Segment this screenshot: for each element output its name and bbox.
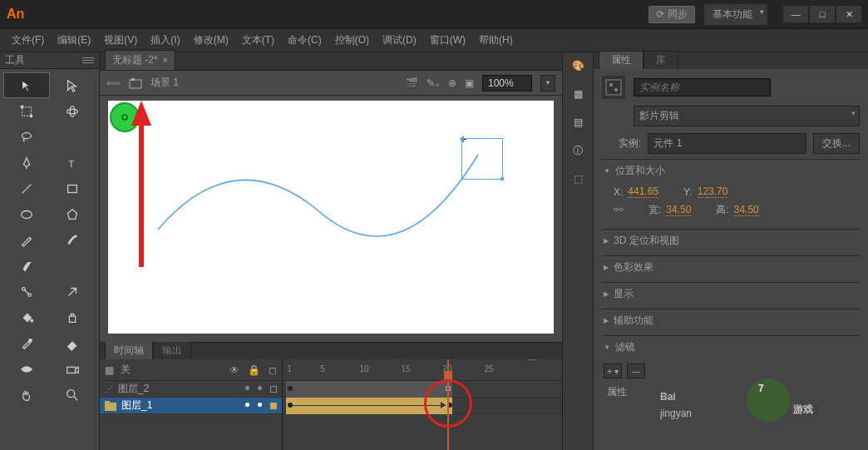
bind-tool[interactable]: [50, 279, 96, 304]
selection-bounding-box[interactable]: [461, 138, 503, 180]
x-label: X:: [614, 186, 623, 198]
align-icon[interactable]: ▤: [570, 114, 586, 131]
selection-tool[interactable]: [3, 72, 50, 98]
tools-panel: 工具 T: [0, 52, 100, 450]
pencil-tool[interactable]: [3, 227, 50, 253]
menu-help[interactable]: 帮助(H): [472, 30, 520, 51]
eyedropper-tool[interactable]: [3, 330, 50, 356]
section-3d[interactable]: ▶3D 定位和视图: [602, 230, 860, 252]
free-transform-tool[interactable]: [3, 98, 50, 124]
edit-scene-icon[interactable]: ✎₊: [427, 77, 440, 89]
layer-guide[interactable]: ⋰ 图层_2: [100, 381, 282, 398]
symbol-icon[interactable]: ⊕: [448, 77, 456, 89]
menu-file[interactable]: 文件(F): [5, 30, 51, 51]
menu-modify[interactable]: 修改(M): [187, 30, 235, 51]
link-dimensions-icon[interactable]: ⚯: [614, 203, 624, 217]
sync-settings-button[interactable]: ⟳ 同步: [649, 6, 695, 23]
layer-1[interactable]: 图层_1: [100, 398, 282, 414]
bone-tool[interactable]: [3, 279, 50, 304]
clapboard-icon[interactable]: 🎬: [406, 77, 418, 89]
movie-clip-instance[interactable]: [108, 101, 141, 134]
menu-text[interactable]: 文本(T): [235, 30, 281, 51]
menu-view[interactable]: 视图(V): [97, 30, 144, 51]
lasso-tool[interactable]: [3, 124, 50, 150]
paint-brush-tool[interactable]: [3, 253, 50, 279]
spacer-1: [50, 124, 96, 150]
color-palette-icon[interactable]: 🎨: [570, 57, 586, 74]
section-position-size[interactable]: ▼位置和大小: [602, 160, 860, 182]
tab-library[interactable]: 库: [644, 51, 678, 69]
menu-insert[interactable]: 插入(I): [144, 30, 186, 51]
y-label: Y:: [683, 186, 693, 198]
svg-rect-18: [67, 367, 76, 373]
maximize-button[interactable]: □: [810, 6, 835, 22]
movieclip-type-icon: [602, 76, 625, 99]
paint-bucket-tool[interactable]: [3, 304, 50, 330]
svg-point-5: [22, 132, 31, 138]
tab-output[interactable]: 输出: [153, 341, 191, 359]
center-stage-icon[interactable]: ▣: [465, 77, 474, 89]
info-icon[interactable]: ⓘ: [570, 142, 586, 159]
panel-menu-icon[interactable]: [82, 57, 94, 63]
zoom-tool[interactable]: [50, 382, 96, 408]
y-value[interactable]: 123.70: [698, 185, 728, 198]
close-tab-icon[interactable]: ×: [163, 56, 168, 65]
visibility-icon[interactable]: 👁: [229, 364, 239, 376]
section-display[interactable]: ▶显示: [602, 283, 860, 305]
ink-bottle-tool[interactable]: [50, 304, 96, 330]
camera-layer-icon[interactable]: ▦: [105, 364, 114, 376]
menu-debug[interactable]: 调试(D): [376, 30, 423, 51]
width-value[interactable]: 34.50: [666, 204, 691, 216]
section-accessibility[interactable]: ▶辅助功能: [602, 309, 860, 332]
brush-tool[interactable]: [50, 227, 96, 253]
track-layer1: [283, 398, 562, 414]
add-filter-button[interactable]: + ▾: [604, 363, 622, 378]
instance-name-input[interactable]: [634, 78, 771, 96]
zoom-input[interactable]: 100%: [482, 75, 532, 91]
menu-edit[interactable]: 编辑(E): [51, 30, 97, 51]
symbol-type-dropdown[interactable]: 影片剪辑: [634, 106, 860, 126]
menubar: 文件(F) 编辑(E) 视图(V) 插入(I) 修改(M) 文本(T) 命令(C…: [0, 29, 868, 52]
rectangle-tool[interactable]: [50, 176, 96, 201]
line-tool[interactable]: [3, 176, 50, 201]
stage[interactable]: +: [108, 101, 554, 334]
text-tool[interactable]: T: [50, 150, 96, 176]
svg-point-32: [614, 88, 618, 91]
minimize-button[interactable]: —: [783, 6, 808, 22]
menu-control[interactable]: 控制(O): [328, 30, 376, 51]
lock-icon[interactable]: 🔒: [248, 364, 260, 376]
camera-tool[interactable]: [50, 356, 96, 382]
section-color-effect[interactable]: ▶色彩效果: [602, 256, 860, 279]
x-value[interactable]: 441.65: [628, 185, 658, 198]
scene-name[interactable]: 场景 1: [150, 76, 179, 90]
polystar-tool[interactable]: [50, 201, 96, 227]
workspace-dropdown[interactable]: 基本功能: [703, 3, 768, 26]
tab-properties[interactable]: 属性: [599, 51, 644, 69]
menu-commands[interactable]: 命令(C): [281, 30, 328, 51]
instance-value: 元件 1: [648, 133, 806, 154]
height-value[interactable]: 34.50: [734, 204, 759, 216]
pen-tool[interactable]: [3, 150, 50, 176]
frames-area[interactable]: 1s 1 5 10 15 20 25: [283, 359, 562, 450]
swatches-icon[interactable]: ▦: [570, 86, 586, 102]
oval-tool[interactable]: [3, 201, 50, 227]
remove-filter-button[interactable]: —: [627, 363, 645, 378]
eraser-tool[interactable]: [50, 330, 96, 356]
hand-tool[interactable]: [3, 382, 50, 408]
outline-icon[interactable]: ◻: [269, 364, 277, 376]
3d-rotation-tool[interactable]: [50, 98, 96, 124]
ruler-mark: 25: [484, 364, 493, 373]
svg-line-8: [22, 184, 31, 193]
swap-button[interactable]: 交换...: [813, 133, 860, 154]
close-button[interactable]: ✕: [836, 6, 861, 22]
menu-window[interactable]: 窗口(W): [423, 30, 472, 51]
zoom-dropdown[interactable]: ▼: [540, 75, 555, 91]
tab-timeline[interactable]: 时间轴: [105, 341, 153, 359]
document-tab[interactable]: 无标题 -2* ×: [105, 50, 175, 70]
subselection-tool[interactable]: [50, 72, 96, 98]
back-icon[interactable]: ⟸: [106, 77, 121, 89]
transform-icon[interactable]: ⬚: [570, 171, 586, 187]
section-filters[interactable]: ▼滤镜: [602, 336, 860, 359]
playhead[interactable]: [447, 359, 449, 450]
width-tool[interactable]: [3, 356, 50, 382]
